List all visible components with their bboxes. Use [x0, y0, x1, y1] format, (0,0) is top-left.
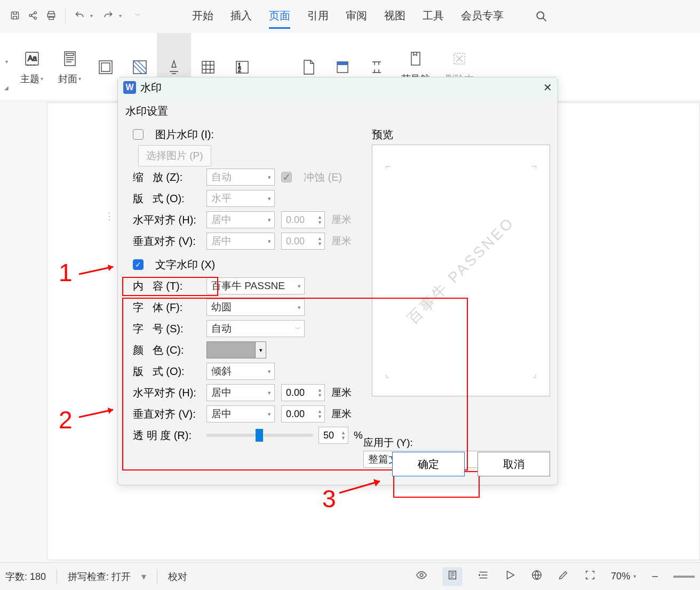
- annotation-3: 3: [322, 484, 336, 513]
- status-bar: 字数: 180 拼写检查: 打开 ▾ 校对 70%▾ −: [0, 562, 700, 590]
- preview-label: 预览: [372, 127, 393, 142]
- focus-icon[interactable]: [584, 569, 596, 584]
- arrow-1: [79, 264, 122, 280]
- annotation-box-2: [122, 298, 468, 471]
- outline-icon[interactable]: [478, 569, 489, 584]
- scale-label: 缩 放 (Z):: [133, 170, 200, 185]
- menu-member[interactable]: 会员专享: [461, 9, 504, 29]
- cancel-button[interactable]: 取消: [478, 452, 550, 476]
- close-icon[interactable]: ✕: [543, 81, 552, 94]
- svg-text:Aa: Aa: [28, 54, 37, 62]
- valign1-combo: 居中▾: [206, 233, 275, 250]
- svg-text:2: 2: [238, 67, 241, 73]
- group-label: 水印设置: [125, 104, 550, 118]
- menu-review[interactable]: 审阅: [346, 9, 367, 29]
- svg-rect-15: [202, 61, 214, 73]
- washout-checkbox: ✓: [281, 172, 292, 182]
- menu-page[interactable]: 页面: [269, 9, 290, 29]
- annotation-1: 1: [59, 258, 73, 287]
- app-icon: W: [123, 81, 136, 94]
- halign1-label: 水平对齐 (H):: [133, 213, 200, 227]
- watermark-dialog: W 水印 ✕ 水印设置 图片水印 (I): 选择图片 (P) 缩 放 (Z): …: [117, 77, 558, 485]
- unit-cm: 厘米: [331, 213, 352, 227]
- page-view-icon[interactable]: [442, 567, 463, 586]
- theme-label: 主题: [20, 73, 39, 85]
- halign1-offset: 0.00▲▼: [281, 211, 325, 228]
- svg-point-7: [537, 12, 544, 19]
- dialog-title: 水印: [140, 81, 162, 95]
- zoom-out-icon[interactable]: −: [651, 570, 658, 584]
- scale-combo: 自动▾: [206, 169, 275, 186]
- svg-line-25: [79, 410, 113, 417]
- arrow-2: [79, 405, 122, 421]
- zoom-slider[interactable]: [673, 576, 695, 578]
- valign1-offset: 0.00▲▼: [281, 233, 325, 250]
- ribbon-theme[interactable]: Aa 主题▾: [13, 33, 51, 101]
- annotation-box-1: [122, 277, 218, 296]
- svg-marker-24: [108, 265, 113, 271]
- spell-check[interactable]: 拼写检查: 打开: [68, 570, 131, 583]
- img-watermark-label: 图片水印 (I):: [155, 127, 214, 142]
- search-icon[interactable]: [535, 10, 548, 26]
- pen-icon[interactable]: [558, 569, 569, 584]
- select-picture-button: 选择图片 (P): [138, 145, 211, 166]
- ribbon-cover[interactable]: 封面▾: [51, 33, 89, 101]
- halign1-combo: 居中▾: [206, 211, 275, 228]
- cover-label: 封面: [58, 73, 77, 85]
- eye-icon[interactable]: [416, 569, 427, 584]
- ribbon-expand[interactable]: ▾◢: [0, 44, 13, 91]
- img-watermark-checkbox[interactable]: [133, 129, 144, 140]
- valign1-label: 垂直对齐 (V):: [133, 234, 200, 249]
- ok-button[interactable]: 确定: [392, 452, 465, 476]
- unit-cm-2: 厘米: [331, 234, 352, 248]
- svg-marker-32: [507, 571, 514, 579]
- washout-label: 冲蚀 (E): [304, 170, 342, 185]
- text-watermark-checkbox[interactable]: ✓: [133, 259, 144, 270]
- word-count[interactable]: 字数: 180: [5, 570, 46, 583]
- svg-point-31: [479, 575, 480, 576]
- menu-view[interactable]: 视图: [384, 9, 405, 29]
- zoom-control[interactable]: 70%▾: [611, 571, 637, 582]
- menu-start[interactable]: 开始: [192, 9, 213, 29]
- dialog-titlebar: W 水印 ✕: [118, 77, 558, 98]
- svg-marker-26: [108, 408, 113, 414]
- menu-insert[interactable]: 插入: [230, 9, 252, 29]
- play-icon[interactable]: [504, 569, 516, 584]
- svg-rect-13: [101, 63, 110, 71]
- text-watermark-label: 文字水印 (X): [155, 258, 215, 272]
- svg-point-29: [420, 573, 423, 577]
- svg-rect-11: [66, 53, 74, 55]
- layout1-label: 版 式 (O):: [133, 192, 200, 206]
- layout1-combo: 水平▾: [206, 190, 275, 207]
- web-icon[interactable]: [531, 569, 543, 584]
- svg-line-23: [79, 267, 113, 274]
- content-combo[interactable]: 百事牛 PASSNE▾: [206, 277, 305, 294]
- menubar: 开始 插入 页面 引用 审阅 视图 工具 会员专享: [0, 9, 504, 29]
- arrow-3: [339, 478, 387, 496]
- svg-line-27: [339, 481, 380, 493]
- menu-tools[interactable]: 工具: [423, 9, 444, 29]
- menu-ref[interactable]: 引用: [307, 9, 329, 29]
- svg-rect-20: [337, 62, 348, 65]
- annotation-2: 2: [59, 405, 73, 434]
- proofing[interactable]: 校对: [168, 570, 187, 583]
- svg-rect-21: [411, 52, 420, 65]
